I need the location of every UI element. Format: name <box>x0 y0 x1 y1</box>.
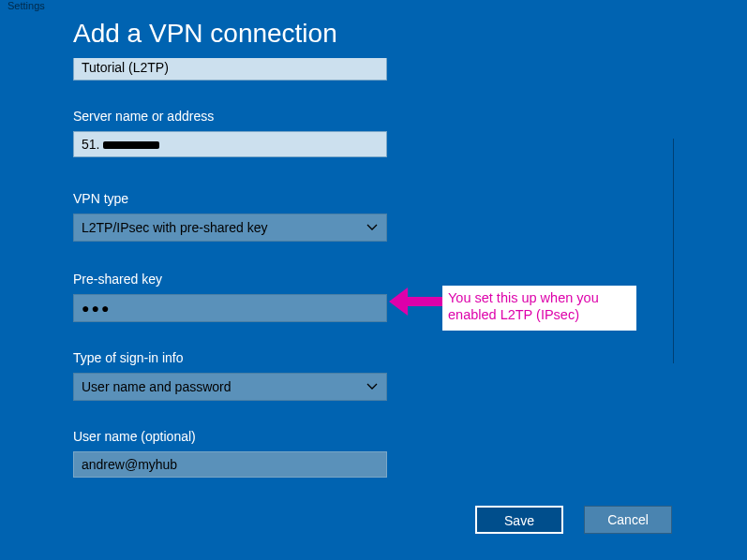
annotation-arrow-icon <box>387 278 445 325</box>
server-group: Server name or address 51. <box>73 109 387 157</box>
server-redaction <box>103 141 159 149</box>
psk-label: Pre-shared key <box>73 272 387 287</box>
scroll-track[interactable] <box>673 139 674 363</box>
server-label: Server name or address <box>73 109 387 124</box>
page-title: Add a VPN connection <box>73 19 387 49</box>
window-title: Settings <box>7 0 45 11</box>
chevron-down-icon <box>366 380 379 393</box>
button-row: Save Cancel <box>475 506 672 534</box>
save-button[interactable]: Save <box>475 506 563 534</box>
server-field[interactable]: 51. <box>73 131 387 157</box>
cancel-button[interactable]: Cancel <box>584 506 672 534</box>
vpntype-label: VPN type <box>73 191 387 206</box>
vpntype-value: L2TP/IPsec with pre-shared key <box>82 220 267 235</box>
psk-group: Pre-shared key ●●● <box>73 272 387 322</box>
form-content: Add a VPN connection Tutorial (L2TP) Ser… <box>73 19 387 478</box>
chevron-down-icon <box>366 221 379 234</box>
signin-value: User name and password <box>82 379 232 394</box>
username-label: User name (optional) <box>73 429 387 444</box>
server-value: 51. <box>82 137 99 152</box>
annotation-note: You set this up when you enabled L2TP (I… <box>442 286 636 331</box>
username-field[interactable]: andrew@myhub <box>73 451 387 478</box>
signin-label: Type of sign-in info <box>73 350 387 365</box>
username-group: User name (optional) andrew@myhub <box>73 429 387 478</box>
psk-field[interactable]: ●●● <box>73 294 387 322</box>
connection-name-value: Tutorial (L2TP) <box>82 60 169 75</box>
vpntype-group: VPN type L2TP/IPsec with pre-shared key <box>73 191 387 242</box>
signin-dropdown[interactable]: User name and password <box>73 373 387 401</box>
signin-group: Type of sign-in info User name and passw… <box>73 350 387 401</box>
connection-name-field[interactable]: Tutorial (L2TP) <box>73 58 387 81</box>
psk-value: ●●● <box>82 301 111 316</box>
username-value: andrew@myhub <box>82 457 177 472</box>
vpntype-dropdown[interactable]: L2TP/IPsec with pre-shared key <box>73 214 387 242</box>
